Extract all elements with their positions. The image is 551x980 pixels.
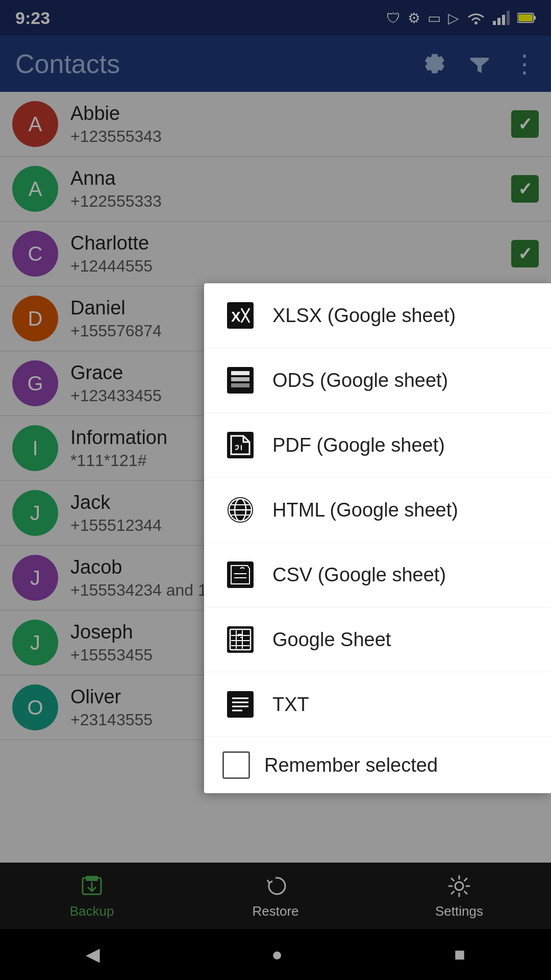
- menu-item-xlsx[interactable]: X XLSX (Google sheet): [204, 283, 551, 348]
- menu-item-label: Google Sheet: [272, 629, 391, 651]
- txt-icon: [222, 687, 258, 722]
- svg-rect-15: [231, 383, 249, 387]
- csv-icon: [222, 557, 258, 593]
- menu-item-label: HTML (Google sheet): [272, 499, 458, 521]
- svg-text:X: X: [231, 309, 241, 325]
- remember-selected-item[interactable]: Remember selected: [204, 737, 551, 793]
- export-menu: X XLSX (Google sheet) ODS (Google sheet)…: [204, 283, 551, 793]
- xlsx-icon: X: [222, 298, 258, 333]
- menu-item-html[interactable]: HTML (Google sheet): [204, 478, 551, 543]
- pdf-icon: [222, 427, 258, 463]
- menu-item-pdf[interactable]: PDF (Google sheet): [204, 413, 551, 478]
- svg-rect-27: [227, 626, 254, 653]
- menu-item-label: XLSX (Google sheet): [272, 305, 456, 327]
- remember-checkbox[interactable]: [222, 751, 250, 779]
- menu-item-ods[interactable]: ODS (Google sheet): [204, 348, 551, 413]
- menu-item-label: PDF (Google sheet): [272, 434, 445, 456]
- menu-item-gsheet[interactable]: Google Sheet: [204, 607, 551, 672]
- gsheet-icon: [222, 622, 258, 657]
- menu-item-txt[interactable]: TXT: [204, 672, 551, 737]
- menu-item-label: ODS (Google sheet): [272, 370, 448, 391]
- svg-rect-14: [231, 377, 249, 381]
- html-icon: [222, 492, 258, 528]
- svg-rect-13: [231, 371, 249, 375]
- menu-item-csv[interactable]: CSV (Google sheet): [204, 543, 551, 607]
- ods-icon: [222, 362, 258, 398]
- remember-selected-label: Remember selected: [264, 754, 438, 776]
- svg-rect-34: [227, 691, 254, 718]
- menu-item-label: CSV (Google sheet): [272, 564, 446, 586]
- menu-item-label: TXT: [272, 694, 309, 716]
